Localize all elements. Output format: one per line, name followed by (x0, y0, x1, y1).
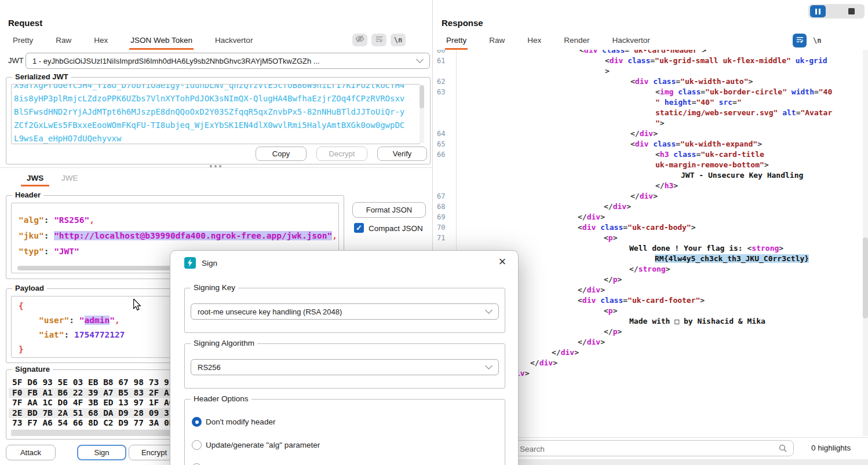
jws-header-label: Header (12, 191, 43, 199)
header-option-radio-1[interactable] (192, 440, 202, 450)
code-line: </h3> (433, 181, 863, 191)
response-word-wrap-toggle[interactable] (793, 34, 807, 47)
line-number: 60 (437, 50, 454, 56)
signing-algorithm-group: Signing Algorithm RS256 (184, 343, 505, 389)
chevron-down-icon (485, 362, 493, 369)
code-line: 71<p> (433, 233, 863, 243)
chevron-down-icon (416, 56, 424, 63)
request-tab-bar: PrettyRawHexJSON Web TokenHackvertor (12, 35, 254, 50)
mouse-cursor (133, 299, 141, 313)
word-wrap-toggle[interactable] (371, 34, 386, 46)
attack-button[interactable]: Attack (6, 445, 56, 460)
response-tab-bar: PrettyRawHexRenderHackvertor (445, 35, 651, 50)
tab-render[interactable]: Render (563, 34, 590, 50)
code-line: 70<div class="uk-card-body"> (433, 222, 863, 233)
decrypt-button[interactable]: Decrypt (316, 147, 367, 161)
tab-hex[interactable]: Hex (526, 34, 542, 50)
serialized-jwt-line: ZCf2GxLwEs5FBxxeEooWOmFKqFU-TI8ubjeq_WjE… (14, 119, 420, 132)
show-nonprintable-toggle[interactable] (352, 34, 367, 46)
header-option-label-1: Update/generate "alg" parameter (206, 441, 320, 449)
line-number: 68 (437, 202, 454, 212)
code-line: 66<h3 class="uk-card-title (433, 149, 863, 160)
signing-key-select[interactable]: root-me unsecure key handling (RSA 2048) (191, 303, 499, 320)
tab-jwe[interactable]: JWE (56, 171, 84, 186)
pause-button[interactable] (810, 5, 826, 17)
newline-icon: \n (394, 36, 402, 44)
response-pane-title: Response (442, 18, 483, 28)
serialized-jwt-textarea[interactable]: X9aTXgPruGeYc5H4_Y18O_D7obYiOaeIgy-iuunD… (11, 84, 420, 144)
line-number: 65 (437, 139, 454, 149)
code-line: uk-margin-remove-bottom"> (433, 160, 863, 170)
code-line: 64</div> (433, 129, 863, 139)
serialized-scrollbar-thumb[interactable] (420, 85, 424, 108)
compact-json-checkbox[interactable]: ✓ (354, 223, 364, 233)
pause-icon (815, 9, 817, 14)
header-option-radio-0[interactable] (192, 417, 202, 427)
signing-key-label: Signing Key (191, 283, 238, 292)
serialized-jwt-label: Serialized JWT (12, 72, 71, 81)
serialized-jwt-line: 8is8yHP3plRmjcLZdzoPPK6UZbs7VlnXYTohPdJO… (14, 92, 420, 105)
code-line: 60<div class="uk-card-header"> (433, 50, 863, 56)
serialized-jwt-line: BlSFwsdHND2rYjAJdMTpt6h6MJszpE8dnQQoOxD2… (14, 105, 420, 119)
tab-hex[interactable]: Hex (93, 34, 109, 50)
json-line: "alg": "RS256", (19, 213, 338, 228)
burp-window: Request PrettyRawHexJSON Web TokenHackve… (0, 0, 868, 465)
tab-pretty[interactable]: Pretty (445, 34, 468, 50)
verify-button[interactable]: Verify (377, 147, 427, 161)
copy-button[interactable]: Copy (256, 147, 307, 161)
tab-jws[interactable]: JWS (21, 171, 49, 186)
tab-json-web-token[interactable]: JSON Web Token (129, 34, 194, 50)
sign-button[interactable]: Sign (77, 445, 126, 460)
dialog-title: Sign (202, 259, 217, 268)
jwt-selector-label: JWT (8, 56, 24, 65)
signing-key-value: root-me unsecure key handling (RSA 2048) (198, 307, 342, 316)
code-line: 68</div> (433, 202, 863, 212)
eye-off-icon (355, 34, 364, 46)
line-number: 64 (437, 129, 454, 139)
line-number: 62 (437, 76, 454, 87)
newline-toggle[interactable]: \n (391, 34, 406, 46)
signing-algorithm-value: RS256 (198, 363, 221, 372)
code-line: 63<img class="uk-border-circle" width="4… (433, 87, 863, 97)
tab-hackvertor[interactable]: Hackvertor (214, 34, 254, 50)
highlights-count: 0 highlights (811, 444, 851, 452)
header-options-group: Header Options Don't modify headerUpdate… (184, 399, 505, 465)
compact-json-label: Compact JSON (369, 224, 423, 233)
search-box[interactable] (512, 440, 794, 456)
line-number: 71 (437, 233, 454, 243)
splitter-divider[interactable] (0, 167, 433, 168)
code-line: 69</div> (433, 212, 863, 222)
serialized-jwt-group: Serialized JWT X9aTXgPruGeYc5H4_Y18O_D7o… (6, 77, 431, 164)
format-json-button[interactable]: Format JSON (352, 202, 426, 218)
code-line: "> (433, 118, 863, 129)
line-number: 61 (437, 56, 454, 66)
tab-raw[interactable]: Raw (54, 34, 72, 50)
code-line: 61<div class="uk-grid-small uk-flex-midd… (433, 56, 863, 66)
response-scrollbar-thumb[interactable] (863, 237, 868, 318)
tab-pretty[interactable]: Pretty (12, 34, 34, 50)
signing-algorithm-select[interactable]: RS256 (191, 359, 499, 375)
header-option-label-0: Don't modify header (206, 418, 275, 426)
dialog-app-icon (184, 257, 196, 269)
tab-hackvertor[interactable]: Hackvertor (611, 34, 651, 50)
code-line: " height="40" src=" (433, 97, 863, 108)
line-number: 70 (437, 222, 454, 233)
payload-label: Payload (12, 284, 47, 292)
jwt-selector[interactable]: 1 - eyJhbGciOiJSUzI1NiIsImprdSI6Imh0dHA6… (25, 53, 430, 69)
signing-key-group: Signing Key root-me unsecure key handlin… (184, 288, 505, 333)
dialog-close-button[interactable]: × (495, 254, 510, 269)
lightning-icon (187, 259, 194, 267)
stop-button[interactable] (848, 8, 855, 14)
splitter-handle-icon[interactable] (210, 165, 212, 167)
response-newline-toggle[interactable]: \n (813, 36, 821, 45)
code-line: JWT - Unsecure Key Handling (433, 170, 863, 181)
intercept-control-group (808, 4, 865, 19)
line-number: 63 (437, 87, 454, 97)
word-wrap-icon (796, 35, 804, 46)
chevron-down-icon (485, 306, 493, 314)
search-icon (778, 444, 787, 455)
code-line: > (433, 66, 863, 76)
search-input[interactable] (519, 442, 770, 456)
line-number: 69 (437, 212, 454, 222)
tab-raw[interactable]: Raw (488, 34, 506, 50)
